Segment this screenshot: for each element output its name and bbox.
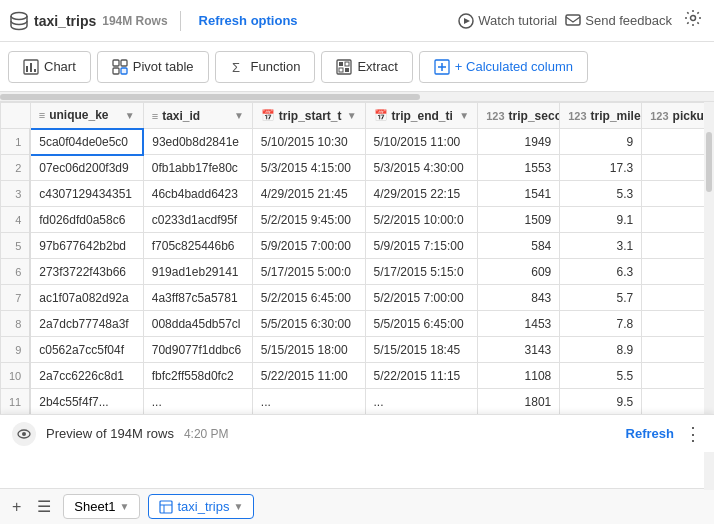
filter-icon-unique-key[interactable]: ▼ — [125, 110, 135, 121]
col-header-trip-miles[interactable]: 123 trip_miles ▼ — [560, 103, 642, 129]
cell-trip_start_t[interactable]: 5/2/2015 9:45:00 — [252, 207, 365, 233]
cell-taxi_id[interactable]: 46cb4badd6423 — [143, 181, 252, 207]
cell-trip_miles[interactable]: 17.3 — [560, 155, 642, 181]
cell-unique_ke[interactable]: ac1f07a082d92a — [30, 285, 143, 311]
vertical-scroll-thumb[interactable] — [706, 132, 712, 192]
cell-trip_end_ti[interactable]: ... — [365, 389, 478, 415]
cell-trip_miles[interactable]: 8.9 — [560, 337, 642, 363]
cell-trip_miles[interactable]: 5.7 — [560, 285, 642, 311]
horizontal-scroll-thumb[interactable] — [0, 94, 420, 100]
horizontal-scrollbar[interactable] — [0, 92, 714, 102]
cell-trip_end_ti[interactable]: 5/15/2015 18:45 — [365, 337, 478, 363]
cell-pickup_c[interactable] — [642, 129, 714, 155]
cell-unique_ke[interactable]: c4307129434351 — [30, 181, 143, 207]
table-row[interactable]: 82a7dcb77748a3f008dda45db57cl5/5/2015 6:… — [1, 311, 714, 337]
cell-pickup_c[interactable] — [642, 337, 714, 363]
filter-icon-taxi-id[interactable]: ▼ — [234, 110, 244, 121]
cell-taxi_id[interactable]: 70d9077f1ddbc6 — [143, 337, 252, 363]
calculated-column-button[interactable]: + Calculated column — [419, 51, 588, 83]
cell-unique_ke[interactable]: c0562a7cc5f04f — [30, 337, 143, 363]
cell-unique_ke[interactable]: 2b4c55f4f7... — [30, 389, 143, 415]
filter-icon-trip-start[interactable]: ▼ — [347, 110, 357, 121]
table-row[interactable]: 6273f3722f43b66919ad1eb291415/17/2015 5:… — [1, 259, 714, 285]
cell-trip_secon[interactable]: 1108 — [478, 363, 560, 389]
cell-pickup_c[interactable] — [642, 311, 714, 337]
cell-pickup_c[interactable] — [642, 363, 714, 389]
send-feedback-button[interactable]: Send feedback — [565, 13, 672, 29]
table-row[interactable]: 7ac1f07a082d92a4a3ff87c5a57815/2/2015 6:… — [1, 285, 714, 311]
cell-trip_end_ti[interactable]: 5/10/2015 11:00 — [365, 129, 478, 155]
sheet-list-button[interactable]: ☰ — [33, 493, 55, 520]
cell-taxi_id[interactable]: 919ad1eb29141 — [143, 259, 252, 285]
add-sheet-button[interactable]: + — [8, 494, 25, 520]
cell-trip_start_t[interactable]: 5/10/2015 10:30 — [252, 129, 365, 155]
cell-trip_start_t[interactable]: 4/29/2015 21:45 — [252, 181, 365, 207]
preview-eye-icon[interactable] — [12, 422, 36, 446]
table-row[interactable]: 102a7cc6226c8d1fbfc2ff558d0fc25/22/2015 … — [1, 363, 714, 389]
cell-unique_ke[interactable]: 5ca0f04de0e5c0 — [30, 129, 143, 155]
cell-trip_miles[interactable]: 9.1 — [560, 207, 642, 233]
table-row[interactable]: 15ca0f04de0e5c093ed0b8d2841e5/10/2015 10… — [1, 129, 714, 155]
cell-trip_secon[interactable]: 1801 — [478, 389, 560, 415]
cell-trip_end_ti[interactable]: 5/3/2015 4:30:00 — [365, 155, 478, 181]
cell-trip_start_t[interactable]: 5/2/2015 6:45:00 — [252, 285, 365, 311]
table-row[interactable]: 207ec06d200f3d90fb1abb17fe80c5/3/2015 4:… — [1, 155, 714, 181]
cell-trip_start_t[interactable]: 5/9/2015 7:00:00 — [252, 233, 365, 259]
cell-trip_end_ti[interactable]: 5/5/2015 6:45:00 — [365, 311, 478, 337]
table-row[interactable]: 9c0562a7cc5f04f70d9077f1ddbc65/15/2015 1… — [1, 337, 714, 363]
col-header-pickup[interactable]: 123 pickup_c — [642, 103, 714, 129]
taxi-trips-tab[interactable]: taxi_trips ▼ — [148, 494, 254, 519]
watch-tutorial-button[interactable]: Watch tutorial — [458, 13, 557, 29]
cell-taxi_id[interactable]: c0233d1acdf95f — [143, 207, 252, 233]
cell-trip_start_t[interactable]: 5/5/2015 6:30:00 — [252, 311, 365, 337]
function-button[interactable]: Σ Function — [215, 51, 316, 83]
cell-trip_secon[interactable]: 3143 — [478, 337, 560, 363]
cell-unique_ke[interactable]: 2a7dcb77748a3f — [30, 311, 143, 337]
cell-trip_start_t[interactable]: 5/15/2015 18:00 — [252, 337, 365, 363]
extract-button[interactable]: Extract — [321, 51, 412, 83]
table-row[interactable]: 4fd026dfd0a58c6c0233d1acdf95f5/2/2015 9:… — [1, 207, 714, 233]
col-header-unique-key[interactable]: ≡ unique_ke ▼ — [30, 103, 143, 129]
table-row[interactable]: 3c430712943435146cb4badd64234/29/2015 21… — [1, 181, 714, 207]
cell-trip_miles[interactable]: 9.5 — [560, 389, 642, 415]
cell-trip_start_t[interactable]: 5/17/2015 5:00:0 — [252, 259, 365, 285]
cell-trip_secon[interactable]: 609 — [478, 259, 560, 285]
cell-trip_end_ti[interactable]: 5/22/2015 11:15 — [365, 363, 478, 389]
sheet1-tab[interactable]: Sheet1 ▼ — [63, 494, 140, 519]
cell-trip_secon[interactable]: 1509 — [478, 207, 560, 233]
refresh-options-button[interactable]: Refresh options — [193, 9, 304, 32]
cell-trip_secon[interactable]: 843 — [478, 285, 560, 311]
cell-trip_start_t[interactable]: 5/3/2015 4:15:00 — [252, 155, 365, 181]
cell-taxi_id[interactable]: 008dda45db57cl — [143, 311, 252, 337]
col-header-trip-sec[interactable]: 123 trip_secon ▼ — [478, 103, 560, 129]
cell-unique_ke[interactable]: 07ec06d200f3d9 — [30, 155, 143, 181]
cell-trip_start_t[interactable]: 5/22/2015 11:00 — [252, 363, 365, 389]
cell-pickup_c[interactable] — [642, 207, 714, 233]
table-row[interactable]: 112b4c55f4f7............18019.5 — [1, 389, 714, 415]
cell-taxi_id[interactable]: 4a3ff87c5a5781 — [143, 285, 252, 311]
cell-taxi_id[interactable]: 0fb1abb17fe80c — [143, 155, 252, 181]
cell-trip_secon[interactable]: 1949 — [478, 129, 560, 155]
cell-trip_secon[interactable]: 1541 — [478, 181, 560, 207]
preview-more-button[interactable]: ⋮ — [684, 423, 702, 445]
cell-unique_ke[interactable]: fd026dfd0a58c6 — [30, 207, 143, 233]
cell-pickup_c[interactable] — [642, 181, 714, 207]
cell-trip_miles[interactable]: 5.5 — [560, 363, 642, 389]
col-header-taxi-id[interactable]: ≡ taxi_id ▼ — [143, 103, 252, 129]
cell-trip_secon[interactable]: 584 — [478, 233, 560, 259]
filter-icon-trip-end[interactable]: ▼ — [459, 110, 469, 121]
cell-trip_miles[interactable]: 9 — [560, 129, 642, 155]
col-header-trip-start[interactable]: 📅 trip_start_t ▼ — [252, 103, 365, 129]
chart-button[interactable]: Chart — [8, 51, 91, 83]
cell-taxi_id[interactable]: fbfc2ff558d0fc2 — [143, 363, 252, 389]
cell-pickup_c[interactable] — [642, 389, 714, 415]
cell-trip_miles[interactable]: 3.1 — [560, 233, 642, 259]
pivot-table-button[interactable]: Pivot table — [97, 51, 209, 83]
cell-taxi_id[interactable]: f705c825446b6 — [143, 233, 252, 259]
cell-trip_secon[interactable]: 1553 — [478, 155, 560, 181]
cell-trip_miles[interactable]: 6.3 — [560, 259, 642, 285]
cell-trip_end_ti[interactable]: 4/29/2015 22:15 — [365, 181, 478, 207]
cell-taxi_id[interactable]: 93ed0b8d2841e — [143, 129, 252, 155]
preview-refresh-button[interactable]: Refresh — [626, 426, 674, 441]
cell-trip_start_t[interactable]: ... — [252, 389, 365, 415]
